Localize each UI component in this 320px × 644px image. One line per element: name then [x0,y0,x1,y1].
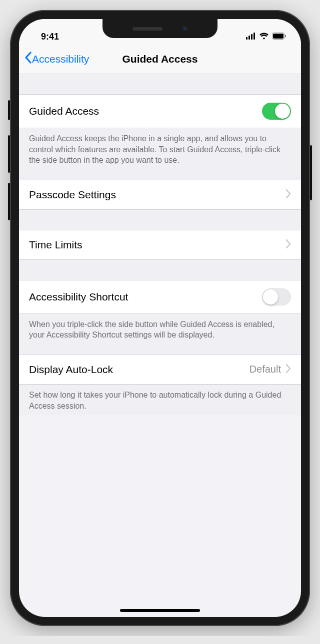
time-limits-label: Time Limits [29,239,82,251]
spacer [19,210,301,230]
chevron-right-icon [286,188,291,201]
chevron-right-icon [286,363,291,376]
earpiece-speaker [132,27,162,31]
spacer [19,260,301,280]
display-auto-lock-value: Default [250,364,281,375]
display-auto-lock-footer: Set how long it takes your iPhone to aut… [19,385,301,415]
volume-up-button [8,135,10,173]
page-title: Guided Access [122,53,198,65]
notch [102,19,218,38]
svg-rect-3 [254,33,255,40]
battery-icon [272,32,286,42]
svg-rect-2 [251,34,252,40]
accessibility-shortcut-toggle[interactable] [262,288,291,305]
svg-rect-5 [273,34,284,39]
front-camera [182,26,188,31]
guided-access-row[interactable]: Guided Access [19,94,301,128]
volume-down-button [8,183,10,220]
phone-frame: 9:41 Accessibility Guided Acces [10,10,310,626]
chevron-right-icon [286,238,291,251]
back-label: Accessibility [32,53,89,65]
guided-access-label: Guided Access [29,105,99,117]
spacer [19,170,301,180]
navigation-bar: Accessibility Guided Access [19,44,301,74]
passcode-settings-row[interactable]: Passcode Settings [19,180,301,210]
toggle-knob [275,104,290,119]
guided-access-footer: Guided Access keeps the iPhone in a sing… [19,128,301,170]
status-time: 9:41 [34,32,59,44]
settings-content: Guided Access Guided Access keeps the iP… [19,74,301,415]
time-limits-row[interactable]: Time Limits [19,230,301,260]
home-indicator[interactable] [120,609,200,612]
accessibility-shortcut-row[interactable]: Accessibility Shortcut [19,280,301,314]
status-right [246,32,286,44]
display-auto-lock-label: Display Auto-Lock [29,364,113,376]
cellular-signal-icon [246,32,256,42]
toggle-knob [263,289,278,304]
svg-rect-6 [285,35,286,38]
wifi-icon [259,32,269,42]
accessibility-shortcut-footer: When you triple-click the side button wh… [19,314,301,345]
accessibility-shortcut-label: Accessibility Shortcut [29,291,128,303]
guided-access-toggle[interactable] [262,103,291,120]
mute-switch [8,100,10,120]
spacer [19,345,301,355]
screen: 9:41 Accessibility Guided Acces [19,19,301,617]
display-auto-lock-row[interactable]: Display Auto-Lock Default [19,355,301,385]
row-right: Default [250,363,291,376]
chevron-left-icon [24,52,32,66]
back-button[interactable]: Accessibility [24,52,89,66]
side-button [310,145,312,200]
spacer [19,74,301,94]
passcode-settings-label: Passcode Settings [29,189,116,201]
svg-rect-1 [248,36,250,40]
svg-rect-0 [246,37,248,40]
